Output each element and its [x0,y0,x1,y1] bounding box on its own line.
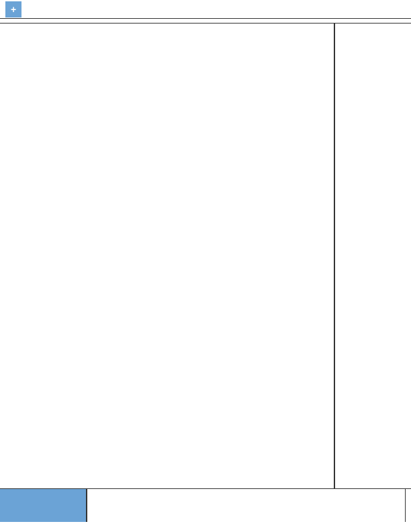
subtitle [0,19,411,24]
footer-stats [405,489,411,522]
logo: + [5,1,21,17]
problems-area [0,24,334,488]
main-content [0,24,411,488]
footer-math-label [0,489,87,522]
header: + [0,0,411,19]
footer [0,488,411,522]
answers-panel [334,24,411,488]
footer-center [87,489,405,522]
